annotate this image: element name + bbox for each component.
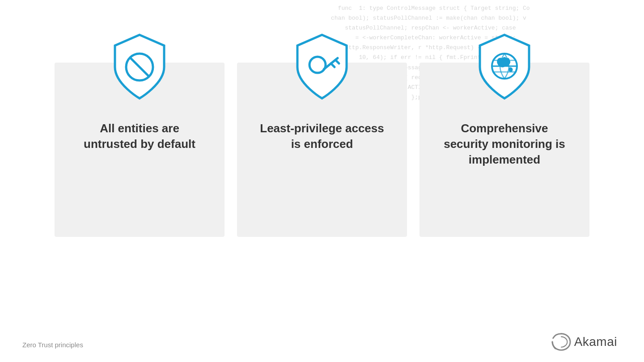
akamai-logo: Akamai: [550, 331, 617, 353]
card-untrusted: All entities are untrusted by default: [55, 63, 225, 237]
akamai-logo-text: Akamai: [574, 335, 617, 349]
akamai-logo-icon: [550, 331, 572, 353]
shield-globe-container: [473, 31, 536, 103]
card-least-privilege-text: Least-privilege access is enforced: [255, 121, 389, 152]
shield-ban-container: [108, 31, 171, 103]
key-icon: [291, 31, 353, 103]
shield-key-container: [291, 31, 353, 103]
bottom-label: Zero Trust principles: [22, 341, 83, 349]
cards-container: All entities are untrusted by default Le…: [0, 63, 644, 237]
card-monitoring: Comprehensive security monitoring is imp…: [419, 63, 589, 237]
globe-icon: [473, 31, 536, 103]
card-untrusted-text: All entities are untrusted by default: [72, 121, 207, 152]
card-least-privilege: Least-privilege access is enforced: [237, 63, 407, 237]
ban-icon: [108, 31, 171, 103]
card-monitoring-text: Comprehensive security monitoring is imp…: [437, 121, 572, 168]
